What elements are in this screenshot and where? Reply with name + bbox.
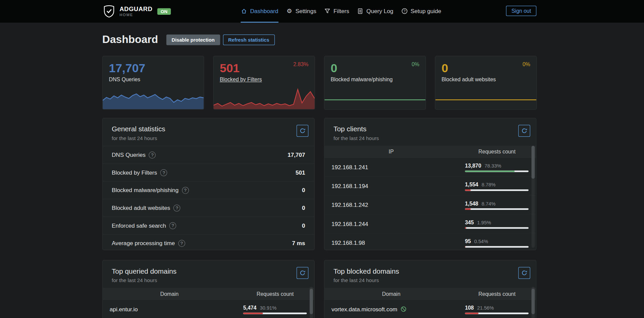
request-count: 5,474 — [243, 305, 257, 311]
nav-item-query-log[interactable]: Query Log — [357, 0, 393, 22]
blocked-domain: vortex.data.microsoft.com — [331, 306, 397, 313]
top-blocked-domains-card: Top blocked domains for the last 24 hour… — [324, 260, 536, 318]
progress-bar — [465, 313, 529, 314]
request-count: 1,548 — [465, 200, 478, 207]
sign-out-button[interactable]: Sign out — [506, 6, 536, 16]
client-ip[interactable]: 192.168.1.241 — [324, 164, 458, 170]
table-row: 192.168.1.194 1,554 8.78% — [324, 177, 536, 195]
help-icon[interactable]: ? — [182, 187, 189, 194]
general-statistics-refresh-button[interactable] — [296, 125, 308, 137]
request-percent: 21.56% — [477, 305, 494, 311]
stat-row-safe-search: Enforced safe search ? 0 — [103, 217, 314, 234]
blocked-filters-sparkline — [214, 87, 315, 109]
brand[interactable]: ADGUARD HOME ON — [102, 0, 171, 22]
column-header-requests-count: Requests count — [236, 291, 314, 297]
card-subtitle: for the last 24 hours — [333, 278, 536, 283]
blocked-adult-flatline — [435, 99, 537, 100]
card-subtitle: for the last 24 hours — [112, 278, 314, 283]
request-count: 108 — [465, 305, 474, 311]
requests-count-cell: 345 1.95% — [458, 219, 536, 229]
top-clients-card: Top clients for the last 24 hours IP Req… — [324, 118, 536, 250]
table-row: 192.168.1.241 13,870 78.33% — [324, 158, 536, 177]
request-count: 13,870 — [465, 163, 481, 169]
request-count: 345 — [465, 219, 474, 225]
page-header: Dashboard Disable protection Refresh sta… — [102, 33, 537, 46]
stat-label: Blocked by Filters — [112, 169, 157, 176]
stat-card-blocked-by-filters: 2.83% 501 Blocked by Filters — [213, 56, 315, 109]
help-icon[interactable]: ? — [169, 222, 176, 229]
nav-item-filters[interactable]: Filters — [324, 0, 349, 22]
help-icon[interactable]: ? — [178, 240, 185, 247]
dns-queries-label: DNS Queries — [109, 77, 204, 83]
nav-item-dashboard[interactable]: Dashboard — [241, 0, 278, 22]
stat-label: Enforced safe search — [112, 222, 166, 229]
scrollbar-thumb[interactable] — [532, 289, 535, 314]
disable-protection-button[interactable]: Disable protection — [166, 34, 220, 45]
client-ip[interactable]: 192.168.1.244 — [324, 220, 458, 227]
stat-value: 0 — [302, 222, 305, 229]
stat-label: Blocked malware/phishing — [112, 187, 179, 194]
scrollbar-thumb[interactable] — [310, 289, 313, 314]
requests-count-cell: 95 0.54% — [458, 237, 536, 248]
dns-queries-sparkline — [103, 90, 204, 109]
help-icon[interactable]: ? — [174, 205, 181, 212]
request-percent: 8.78% — [481, 182, 496, 188]
help-icon[interactable]: ? — [160, 169, 168, 176]
request-percent: 1.95% — [477, 220, 491, 225]
scrollbar-thumb[interactable] — [532, 146, 535, 179]
top-queried-refresh-button[interactable] — [296, 267, 308, 279]
progress-bar — [465, 208, 529, 210]
stat-value: 17,707 — [287, 151, 305, 158]
stat-label: Average processing time — [112, 240, 175, 246]
navbar: ADGUARD HOME ON Dashboard ⚙ Settings Fil… — [0, 0, 644, 22]
nav-item-label: Dashboard — [250, 8, 278, 14]
column-header-requests-count: Requests count — [458, 291, 536, 297]
table-row: 192.168.1.98 95 0.54% — [324, 233, 536, 250]
requests-count-cell: 13,870 78.33% — [458, 162, 536, 172]
card-title: Top queried domains — [112, 267, 314, 275]
card-title: Top blocked domains — [333, 267, 536, 275]
stat-card-blocked-adult: 0% 0 Blocked adult websites — [435, 56, 537, 109]
nav-item-settings[interactable]: ⚙ Settings — [286, 0, 316, 22]
dns-queries-value: 17,707 — [109, 61, 204, 75]
nav-item-label: Setup guide — [411, 8, 441, 14]
stat-row-processing-time: Average processing time ? 7 ms — [103, 234, 314, 250]
stat-value: 7 ms — [292, 240, 305, 246]
nav-item-label: Query Log — [366, 8, 393, 14]
client-ip[interactable]: 192.168.1.242 — [324, 201, 458, 208]
card-subtitle: for the last 24 hours — [112, 136, 314, 141]
refresh-statistics-button[interactable]: Refresh statistics — [223, 34, 275, 45]
home-icon — [241, 8, 247, 14]
stat-card-blocked-malware: 0% 0 Blocked malware/phishing — [324, 56, 426, 109]
requests-count-cell: 108 21.56% — [458, 304, 536, 314]
column-header-ip: IP — [324, 149, 458, 155]
client-ip[interactable]: 192.168.1.194 — [324, 183, 458, 189]
table-row: 192.168.1.242 1,548 8.74% — [324, 195, 536, 214]
blocked-adult-value: 0 — [442, 61, 537, 75]
blocked-domain-cell[interactable]: vortex.data.microsoft.com — [324, 306, 458, 313]
requests-count-cell: 1,548 8.74% — [458, 199, 536, 210]
stat-row-dns-queries: DNS Queries ? 17,707 — [103, 146, 314, 164]
brand-name: ADGUARD — [120, 6, 152, 12]
card-title: General statistics — [112, 125, 314, 133]
nav-item-setup-guide[interactable]: ? Setup guide — [401, 0, 442, 22]
general-statistics-card: General statistics for the last 24 hours… — [102, 118, 315, 250]
blocked-filters-link[interactable]: Blocked by Filters — [220, 77, 262, 83]
requests-count-cell: 1,554 8.78% — [458, 181, 536, 191]
refresh-icon — [521, 128, 527, 134]
client-ip[interactable]: 192.168.1.98 — [324, 239, 458, 246]
refresh-icon — [300, 128, 306, 134]
card-title: Top clients — [333, 125, 536, 133]
top-blocked-refresh-button[interactable] — [518, 267, 530, 279]
help-icon[interactable]: ? — [149, 151, 156, 158]
stat-row-blocked-filters: Blocked by Filters ? 501 — [103, 164, 314, 181]
stat-label: Blocked adult websites — [112, 205, 170, 211]
blocked-malware-flatline — [324, 99, 425, 100]
top-clients-refresh-button[interactable] — [518, 125, 530, 137]
queried-domain[interactable]: api.entur.io — [103, 306, 236, 313]
table-row: vortex.data.microsoft.com 108 21.56% — [324, 300, 536, 318]
main-nav: Dashboard ⚙ Settings Filters Query Log — [241, 0, 441, 22]
brand-text: ADGUARD HOME — [120, 6, 152, 17]
stat-cards-row: 17,707 DNS Queries 2.83% 501 Blocked by … — [102, 56, 537, 109]
progress-bar — [243, 313, 307, 314]
